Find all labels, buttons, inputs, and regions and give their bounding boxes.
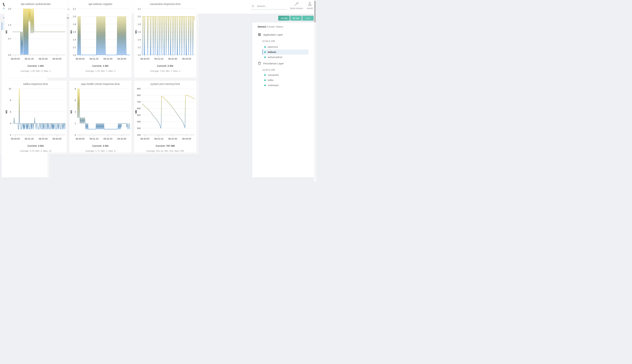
service-label: kafka [268,79,273,82]
svg-text:6: 6 [75,99,76,102]
service-item-websecadmin[interactable]: websecadmin [262,54,308,60]
svg-text:900: 900 [137,88,141,90]
svg-text:08:30:00: 08:30:00 [76,138,85,140]
svg-text:300: 300 [137,127,141,130]
svg-text:08:30:00: 08:30:00 [76,58,85,60]
svg-text:1.0: 1.0 [138,54,141,56]
service-item-cassandra[interactable]: cassandra [262,72,308,78]
svg-text:1.6: 1.6 [73,31,76,33]
svg-text:1.3: 1.3 [8,24,11,26]
quick-actions-label: Quick Actions [289,7,304,10]
cluster-panel-scroll-track[interactable] [314,23,316,177]
chart-title: opa.health.check.response.time [69,80,132,87]
chart-stats: Average: 1.23, Min: 1, Max: 2 [69,70,132,72]
layers-icon [258,33,261,36]
svg-text:08:30:00: 08:30:00 [11,58,20,60]
application-layer-header: Application Layer [258,32,283,37]
svg-text:0.0: 0.0 [8,54,11,56]
svg-text:200: 200 [137,134,141,136]
chart-current: Current: 4 MS [5,144,67,147]
service-item-adservice[interactable]: adservice [262,44,308,50]
chart-title: cassandra.response.time [134,0,196,7]
svg-text:1.2: 1.2 [73,46,76,48]
chart-unit-label: MS [5,30,8,34]
chart-plot: 2.01.30.70.008:30:0008:31:2008:32:4008:3… [5,7,67,60]
svg-text:500: 500 [137,114,141,116]
svg-text:08:30:00: 08:30:00 [140,58,149,60]
svg-text:2: 2 [10,134,11,136]
service-label: zookeeper [268,84,279,87]
quick-actions-button[interactable]: Quick Actions [289,2,304,10]
chart-plot: 2.22.01.81.61.41.21.008:30:0008:31:2008:… [134,7,196,60]
chart-card: system.jvm.memory.free900800700600500400… [134,80,196,152]
svg-text:4: 4 [75,110,76,113]
time-filter-1h[interactable]: 1 h [302,16,314,21]
status-dot [264,51,266,53]
chart-plot: 2.22.01.81.61.41.21.008:30:0008:31:2008:… [70,7,131,60]
svg-text:08:34:00: 08:34:00 [182,58,191,60]
search-box [251,4,287,10]
chart-unit-label: MS [135,30,137,34]
service-label: adservice [268,46,278,48]
svg-text:1.4: 1.4 [73,38,76,41]
service-item-websec[interactable]: websec [262,50,308,54]
svg-text:800: 800 [137,94,141,96]
chart-unit-label: MB [135,110,137,114]
svg-text:08:31:20: 08:31:20 [154,138,163,140]
svg-text:1.8: 1.8 [138,23,141,26]
user-menu[interactable]: IonutD [305,2,315,10]
svg-text:08:32:40: 08:32:40 [103,58,112,60]
status-dot [264,56,266,58]
cluster-name: Demo1 [258,25,266,28]
search-icon[interactable] [251,4,254,8]
chart-card: cassandra.response.time2.22.01.81.61.41.… [134,0,196,78]
svg-text:1.8: 1.8 [73,23,76,26]
cluster-title-rest: Cluster Status [266,25,283,28]
time-filter-10min[interactable]: 10 min [278,16,290,21]
chart-stats: Average: 1.63, Min: 1, Max: 2 [134,70,196,72]
service-item-kafka[interactable]: kafka [262,78,308,83]
chart-card: kafka.response.time10864208:30:0008:31:2… [5,80,67,152]
time-filter-30min[interactable]: 30 min [290,16,302,21]
persistence-layer-header: Persistence Layer [258,61,284,66]
svg-text:08:31:20: 08:31:20 [25,138,34,140]
user-icon [307,2,312,6]
service-label: websecadmin [268,56,282,58]
persistence-layer-host: 10.64.0.196 [262,67,275,72]
chart-plot: 90080070060050040030020008:30:0008:31:20… [134,87,196,140]
svg-text:0: 0 [75,134,76,136]
chart-stats: Average: 3.70, Min: 3, Max: 10 [5,150,67,152]
chart-stats: Average: 1.00, Min: 0, Max: 2 [5,70,67,72]
svg-text:6: 6 [10,110,11,113]
svg-text:08:34:00: 08:34:00 [53,138,62,140]
status-dot [264,84,266,86]
chart-current: Current: 2 MS [69,144,132,147]
svg-text:08:34:00: 08:34:00 [53,58,62,60]
search-input[interactable] [256,4,285,8]
application-layer-host: 10.64.0.196 [262,38,275,44]
chart-plot: 10864208:30:0008:31:2008:32:4008:34:00MS [5,87,67,140]
svg-text:4: 4 [10,122,11,125]
cluster-status-title: Demo1 Cluster Status [258,25,283,28]
svg-text:700: 700 [137,101,141,103]
user-label: IonutD [305,7,315,10]
svg-text:1.4: 1.4 [138,38,141,41]
chart-title: kafka.response.time [5,80,67,87]
chart-stats: Average: 1.72, Min: 1, Max: 8 [69,150,132,152]
chart-card: opa.health.check.response.time8642008:30… [69,80,132,152]
svg-text:08:32:40: 08:32:40 [39,138,48,140]
database-icon [258,62,261,65]
time-range-filters: 10 min 30 min 1 h [278,16,314,21]
svg-text:400: 400 [137,120,141,123]
svg-text:1.2: 1.2 [138,46,141,48]
svg-text:2.0: 2.0 [8,8,11,10]
svg-text:1.6: 1.6 [138,31,141,33]
chart-current: Current: 1 MS [69,64,132,67]
service-item-zookeeper[interactable]: zookeeper [262,83,308,88]
status-dot [264,80,266,81]
svg-text:2.0: 2.0 [138,15,141,18]
svg-text:08:32:40: 08:32:40 [168,58,177,60]
svg-text:2.0: 2.0 [73,15,76,18]
service-label: cassandra [268,74,279,76]
svg-text:08:31:20: 08:31:20 [25,58,34,60]
